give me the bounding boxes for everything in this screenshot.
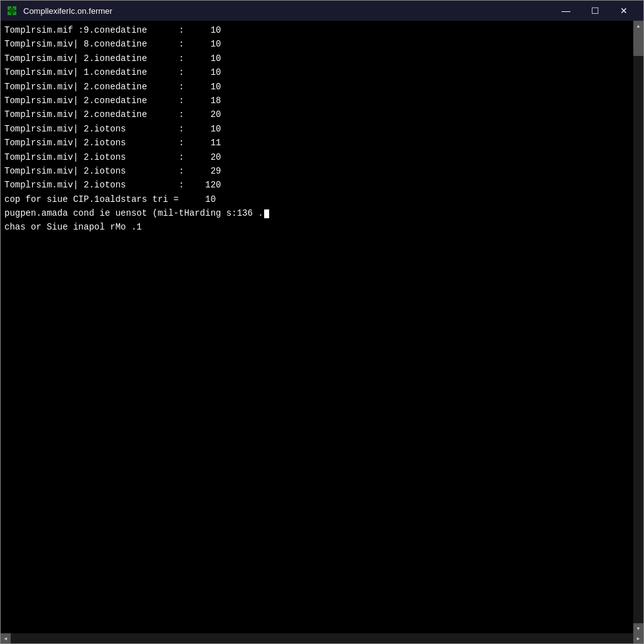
terminal-line: Tomplrsim.miv| 2.conedatine : 18 <box>4 94 630 108</box>
terminal-line: Tomplrsim.mif :9.conedatine : 10 <box>4 23 630 37</box>
terminal-container: Tomplrsim.mif :9.conedatine : 10Tomplrsi… <box>1 21 643 633</box>
maximize-button[interactable]: ☐ <box>580 1 609 21</box>
main-window: CompllexiferIc.on.fermer — ☐ ✕ Tomplrsim… <box>0 0 644 644</box>
terminal-line: Tomplrsim.miv| 2.iotons : 11 <box>4 136 630 150</box>
terminal-line: Tomplrsim.miv| 2.iotons : 10 <box>4 122 630 136</box>
scroll-down-button[interactable]: ▼ <box>633 623 643 633</box>
window-title: CompllexiferIc.on.fermer <box>23 6 552 16</box>
scroll-left-button[interactable]: ◄ <box>1 633 11 643</box>
terminal-line: Tomplrsim.miv| 2.iotons : 20 <box>4 150 630 164</box>
close-button[interactable]: ✕ <box>609 1 638 21</box>
scrollbar-thumb-area <box>633 31 643 623</box>
title-bar: CompllexiferIc.on.fermer — ☐ ✕ <box>1 1 643 21</box>
scroll-right-button[interactable]: ► <box>633 633 643 643</box>
terminal-line: cop for siue CIP.1oaldstars tri = 10 <box>4 192 630 206</box>
horizontal-scrollbar-track <box>11 633 633 643</box>
terminal-line: Tomplrsim.miv| 2.ionedatine : 10 <box>4 52 630 65</box>
app-icon <box>6 4 18 17</box>
terminal-output[interactable]: Tomplrsim.mif :9.conedatine : 10Tomplrsi… <box>1 21 633 633</box>
terminal-cursor <box>264 209 269 218</box>
vertical-scrollbar[interactable]: ▲ ▼ <box>633 21 643 633</box>
svg-rect-4 <box>9 8 14 13</box>
scroll-up-button[interactable]: ▲ <box>633 21 643 31</box>
minimize-button[interactable]: — <box>552 1 580 21</box>
terminal-line: Tomplrsim.miv| 8.conedatine : 10 <box>4 37 630 51</box>
terminal-line: Tomplrsim.miv| 2.iotons : 120 <box>4 178 630 192</box>
terminal-line: Tomplrsim.miv| 2.iotons : 29 <box>4 164 630 178</box>
terminal-line: Tomplrsim.miv| 2.conedatine : 20 <box>4 108 630 121</box>
scrollbar-thumb[interactable] <box>633 31 643 56</box>
terminal-line: Tomplrsim.miv| 2.conedatine : 10 <box>4 80 630 94</box>
terminal-line: chas or Siue inapol rMo .1 <box>4 220 630 234</box>
terminal-line: Tomplrsim.miv| 1.conedatine : 10 <box>4 65 630 79</box>
horizontal-scrollbar[interactable]: ◄ ► <box>1 633 643 643</box>
window-controls: — ☐ ✕ <box>552 1 638 21</box>
terminal-line: pugpen.amada cond ie uensot (mil-tHardin… <box>4 206 630 220</box>
